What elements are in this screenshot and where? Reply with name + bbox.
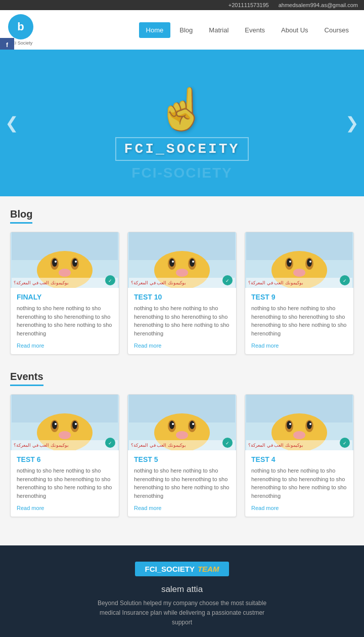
event-card-1: بوكيمونك العب في المعركة؟ ✓ TEST 5 nothi… (127, 394, 237, 517)
svg-point-25 (172, 261, 174, 263)
svg-point-24 (190, 259, 195, 267)
svg-point-58 (75, 423, 77, 425)
blog-card-title-1: TEST 10 (134, 293, 230, 301)
event-card-text-2: nothing to sho here nothing to sho heren… (251, 466, 347, 500)
event-read-more-2[interactable]: Read more (251, 505, 279, 511)
svg-point-72 (190, 421, 195, 429)
hero-prev-arrow[interactable]: ❮ (5, 113, 19, 133)
team-badge-fci: FCI_SOCIETY (145, 565, 195, 573)
event-card-body-2: TEST 4 nothing to sho here nothing to sh… (245, 450, 353, 517)
event-card-title-1: TEST 5 (134, 455, 230, 463)
svg-point-55 (52, 421, 57, 429)
blog-card-img-0: بوكيمونك العب في المعركة؟ ✓ (11, 232, 119, 288)
blog-card-body-2: TEST 9 nothing to sho here nothing to sh… (245, 288, 353, 354)
svg-text:بوكيمونك العب في المعركة؟: بوكيمونك العب في المعركة؟ (14, 280, 69, 286)
svg-point-8 (72, 259, 77, 267)
hero-banner: ❮ ☝ FCI-SOCIETY FCI_SOCEITY ❯ (0, 50, 364, 196)
svg-text:✓: ✓ (108, 278, 112, 283)
blog-card-body-1: TEST 10 nothing to sho here nothing to s… (128, 288, 236, 354)
blog-card-title-0: FINALY (17, 293, 113, 301)
svg-point-73 (172, 423, 174, 425)
svg-point-90 (309, 423, 311, 425)
top-email: ahmedsalem994.as@gmail.com (279, 2, 358, 8)
event-card-title-2: TEST 4 (251, 455, 347, 463)
events-title: Events (10, 371, 43, 386)
blog-img-placeholder-0: بوكيمونك العب في المعركة؟ ✓ (11, 232, 119, 288)
blog-read-more-2[interactable]: Read more (251, 343, 279, 349)
svg-point-88 (307, 421, 312, 429)
svg-point-56 (72, 421, 77, 429)
svg-point-91 (293, 431, 305, 439)
event-card-0: بوكيمونك العب في المعركة؟ ✓ TEST 6 nothi… (10, 394, 119, 517)
svg-text:✓: ✓ (225, 278, 230, 283)
blog-read-more-1[interactable]: Read more (134, 343, 161, 349)
event-read-more-0[interactable]: Read more (17, 505, 44, 511)
nav-about[interactable]: About Us (274, 22, 315, 38)
event-card-text-1: nothing to sho here nothing to sho heren… (134, 466, 230, 500)
event-read-more-1[interactable]: Read more (134, 505, 161, 511)
svg-text:✓: ✓ (343, 441, 347, 446)
svg-point-11 (59, 269, 71, 277)
top-bar: +201111573195 ahmedsalem994.as@gmail.com (0, 0, 364, 10)
blog-card-grid: بوكيمونك العب في المعركة؟ ✓ FINALY nothi… (10, 232, 354, 355)
svg-point-89 (289, 423, 291, 425)
svg-point-42 (309, 261, 311, 263)
svg-point-75 (176, 431, 188, 439)
team-quote: Beyond Solution helped my company choose… (96, 599, 268, 628)
event-img-placeholder-1: بوكيمونك العب في المعركة؟ ✓ (128, 395, 236, 450)
nav-blog[interactable]: Blog (172, 22, 200, 38)
events-card-grid: بوكيمونك العب في المعركة؟ ✓ TEST 6 nothi… (10, 394, 354, 517)
event-img-placeholder-2: بوكيمونك العب في المعركة؟ ✓ (245, 395, 353, 450)
header: b FCI Society Home Blog Matrial Events A… (0, 10, 364, 50)
svg-point-43 (293, 269, 305, 277)
blog-card-text-0: nothing to sho here nothing to sho heren… (17, 304, 113, 337)
svg-text:✓: ✓ (343, 278, 347, 283)
blog-card-2: بوكيمونك العب في المعركة؟ ✓ TEST 9 nothi… (245, 232, 354, 355)
events-section: Events (10, 371, 354, 517)
main-nav: Home Blog Matrial Events About Us Course… (139, 22, 356, 38)
svg-point-74 (192, 423, 194, 425)
svg-point-59 (59, 431, 71, 439)
blog-img-placeholder-2: بوكيمونك العب في المعركة؟ ✓ (245, 232, 353, 288)
svg-text:بوكيمونك العب في المعركة؟: بوكيمونك العب في المعركة؟ (248, 280, 303, 286)
hero-next-arrow[interactable]: ❯ (345, 113, 359, 133)
nav-courses[interactable]: Courses (317, 22, 356, 38)
svg-text:بوكيمونك العب في المعركة؟: بوكيمونك العب في المعركة؟ (131, 280, 186, 286)
blog-section: Blog (10, 208, 354, 355)
event-card-img-2: بوكيمونك العب في المعركة؟ ✓ (245, 395, 353, 450)
svg-text:بوكيمونك العب في المعركة؟: بوكيمونك العب في المعركة؟ (14, 443, 69, 448)
blog-title: Blog (10, 208, 32, 224)
blog-card-title-2: TEST 9 (251, 293, 347, 301)
hero-watermark: FCI-SOCIETY (131, 165, 232, 181)
blog-card-0: بوكيمونك العب في المعركة؟ ✓ FINALY nothi… (10, 232, 119, 355)
blog-card-body-0: FINALY nothing to sho here nothing to sh… (11, 288, 119, 354)
svg-text:بوكيمونك العب في المعركة؟: بوكيمونك العب في المعركة؟ (131, 443, 186, 448)
blog-card-img-2: بوكيمونك العب في المعركة؟ ✓ (245, 232, 353, 288)
svg-point-41 (289, 261, 291, 263)
nav-events[interactable]: Events (238, 22, 272, 38)
blog-read-more-0[interactable]: Read more (17, 343, 44, 349)
svg-point-39 (287, 259, 292, 267)
svg-point-23 (169, 259, 174, 267)
event-card-title-0: TEST 6 (17, 455, 113, 463)
nav-home[interactable]: Home (139, 22, 171, 38)
svg-point-9 (55, 261, 57, 263)
blog-card-text-2: nothing to sho here nothing to sho heren… (251, 304, 347, 337)
blog-img-placeholder-1: بوكيمونك العب في المعركة؟ ✓ (128, 232, 236, 288)
svg-text:✓: ✓ (108, 441, 112, 446)
main-content: Blog (0, 196, 364, 545)
blog-card-text-1: nothing to sho here nothing to sho heren… (134, 304, 230, 337)
team-badge: FCI_SOCIETY TEAM (135, 562, 230, 576)
svg-text:✓: ✓ (225, 441, 230, 446)
top-phone: +201111573195 (229, 2, 269, 8)
event-card-body-0: TEST 6 nothing to sho here nothing to sh… (11, 450, 119, 517)
svg-point-87 (287, 421, 292, 429)
svg-point-27 (176, 269, 188, 277)
event-card-img-0: بوكيمونك العب في المعركة؟ ✓ (11, 395, 119, 450)
team-section: FCI_SOCIETY TEAM salem attia Beyond Solu… (0, 545, 364, 637)
team-badge-team: TEAM (198, 565, 219, 573)
nav-matrial[interactable]: Matrial (202, 22, 236, 38)
blog-card-img-1: بوكيمونك العب في المعركة؟ ✓ (128, 232, 236, 288)
svg-point-57 (55, 423, 57, 425)
svg-text:بوكيمونك العب في المعركة؟: بوكيمونك العب في المعركة؟ (248, 443, 303, 448)
